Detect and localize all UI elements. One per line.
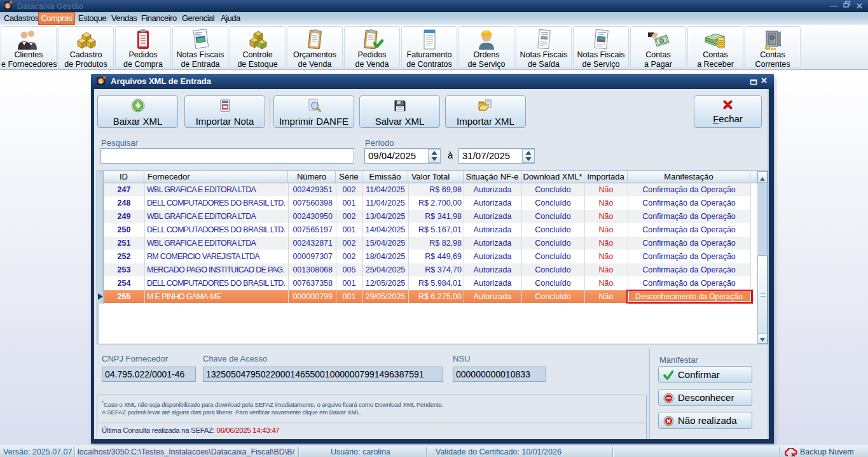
svg-text:S: S — [6, 4, 10, 8]
svg-text:S: S — [99, 78, 102, 84]
